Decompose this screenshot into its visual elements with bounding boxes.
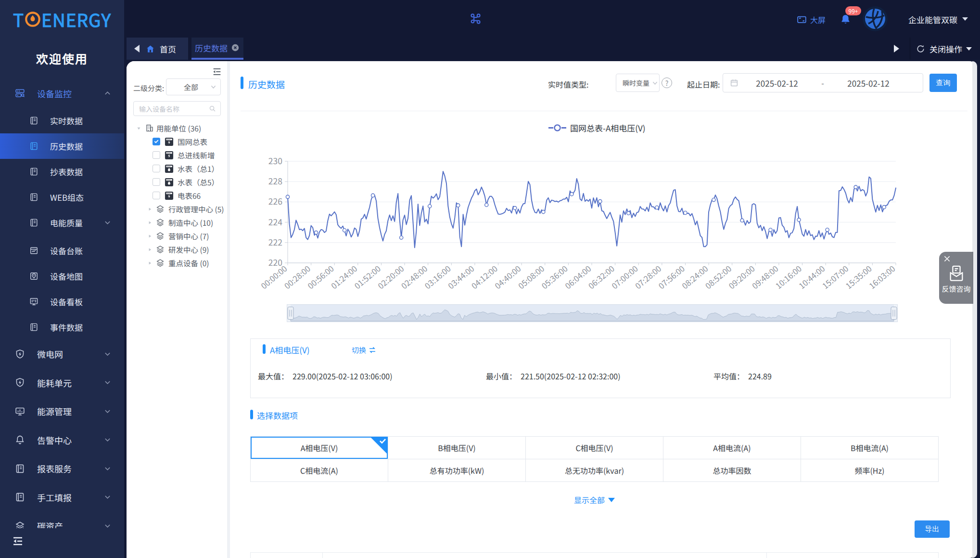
sidebar-subitem[interactable]: 设备台账 — [0, 238, 124, 263]
user-avatar[interactable] — [863, 6, 888, 31]
datazoom-slider[interactable] — [287, 304, 898, 322]
tree-group-node[interactable]: 行政管理中心 (5) — [130, 202, 227, 216]
journal-icon — [15, 492, 25, 502]
sidebar-item[interactable]: 手工填报 — [0, 483, 124, 512]
sidebar-subitem[interactable]: WEB组态 — [0, 184, 124, 210]
feedback-close-icon[interactable] — [943, 255, 951, 262]
data-item-cell[interactable]: C相电压(V) — [526, 437, 663, 459]
data-item-cell[interactable]: 总功率因数 — [663, 459, 801, 482]
tree-collapsed-caret-icon[interactable] — [148, 234, 152, 238]
tab-close-icon[interactable] — [231, 44, 239, 52]
svg-text:01:52:00: 01:52:00 — [352, 262, 383, 291]
tree-device-node[interactable]: 电表66 — [130, 189, 227, 202]
svg-text:230: 230 — [268, 155, 282, 167]
device-search-input[interactable]: 输入设备名称 — [133, 101, 221, 116]
device-checkbox[interactable] — [153, 138, 160, 145]
tab-scroll-right-icon[interactable] — [894, 45, 899, 52]
close-operations-button[interactable]: 关闭操作 — [929, 43, 962, 55]
date-range-picker[interactable]: 2025-02-12 - 2025-02-12 — [723, 73, 923, 92]
apps-command-icon[interactable] — [469, 13, 482, 26]
line-chart[interactable]: 22022222422622823000:00:0000:28:0000:56:… — [241, 146, 905, 303]
scrollbar-track[interactable] — [972, 61, 977, 558]
show-all-caret-icon — [608, 498, 615, 502]
tree-collapsed-caret-icon[interactable] — [148, 261, 152, 265]
sidebar-subitem[interactable]: 实时数据 — [0, 108, 124, 133]
sidebar-subitem[interactable]: 抄表数据 — [0, 159, 124, 184]
refresh-icon[interactable] — [916, 44, 925, 53]
tab-home[interactable]: 首页 — [127, 38, 188, 60]
data-item-cell[interactable]: C相电流(A) — [251, 459, 388, 482]
sidebar-item[interactable]: 设备监控 — [0, 79, 124, 108]
sidebar-item[interactable]: 微电网 — [0, 340, 124, 369]
data-item-cell[interactable]: A相电流(A) — [663, 437, 801, 459]
sidebar-item[interactable]: 能耗单元 — [0, 368, 124, 397]
selected-check-icon — [379, 438, 386, 445]
sidebar-subitem[interactable]: 事件数据 — [0, 314, 124, 340]
journal-icon — [29, 323, 38, 332]
device-checkbox[interactable] — [153, 165, 160, 172]
sidebar-item[interactable]: 碳资产 — [0, 512, 124, 529]
tree-group-node[interactable]: 制造中心 (10) — [130, 216, 227, 229]
sidebar-item[interactable]: 告警中心 — [0, 426, 124, 454]
tree-collapsed-caret-icon[interactable] — [148, 221, 152, 225]
tree-group-node[interactable]: 营销中心 (7) — [130, 229, 227, 243]
sidebar-collapse-icon[interactable] — [12, 535, 24, 547]
sidebar-subitem-label: 抄表数据 — [50, 166, 83, 178]
tree-device-node[interactable]: 水表（总5） — [130, 175, 227, 189]
data-item-cell[interactable]: B相电流(A) — [801, 437, 939, 459]
feedback-widget[interactable]: 反馈咨询 — [939, 252, 973, 304]
data-item-cell[interactable]: 频率(Hz) — [801, 459, 939, 482]
tree-group-node[interactable]: 研发中心 (9) — [130, 243, 227, 256]
chevron-down-icon — [104, 466, 111, 472]
data-item-cell[interactable]: A相电压(V) — [251, 437, 388, 459]
chart-legend[interactable]: 国网总表-A相电压(V) — [548, 122, 646, 134]
tree-expand-caret-icon[interactable] — [137, 126, 141, 130]
tree-collapsed-caret-icon[interactable] — [148, 247, 152, 252]
device-checkbox[interactable] — [153, 178, 160, 186]
data-item-cell[interactable]: B相电压(V) — [388, 437, 526, 459]
query-button[interactable]: 查询 — [929, 74, 957, 92]
sidebar-subitem[interactable]: 历史数据 — [0, 133, 124, 159]
journal-icon — [29, 218, 38, 227]
chevron-down-icon — [104, 379, 111, 386]
big-screen-button[interactable]: 大屏 — [797, 14, 826, 26]
tab-scroll-left-icon[interactable] — [134, 45, 140, 52]
tree-device-node[interactable]: 国网总表 — [130, 135, 227, 148]
switch-button[interactable]: 切换 — [352, 345, 376, 355]
notification-badge: 99+ — [845, 6, 861, 15]
category-label: 二级分类: — [133, 83, 164, 93]
show-all-button[interactable]: 显示全部 — [250, 494, 939, 506]
device-checkbox[interactable] — [153, 151, 160, 159]
svg-text:08:52:00: 08:52:00 — [702, 262, 734, 291]
tree-device-node[interactable]: 总进线新增 — [130, 148, 227, 162]
device-checkbox[interactable] — [153, 192, 160, 199]
tree-device-node[interactable]: 水表（总1） — [130, 162, 227, 175]
sidebar-item[interactable]: 报表服务 — [0, 454, 124, 483]
tree-root-node[interactable]: 用能单位 (36) — [130, 121, 227, 135]
org-caret-icon — [962, 17, 968, 21]
date-start-value[interactable]: 2025-02-12 — [738, 77, 815, 89]
org-switcher[interactable]: 企业能管双碳 — [908, 13, 957, 26]
sidebar-subitem[interactable]: 设备地图 — [0, 263, 124, 289]
sidebar-item[interactable]: 能源管理 — [0, 397, 124, 426]
data-item-cell[interactable]: 总有功功率(kW) — [388, 459, 526, 482]
date-end-value[interactable]: 2025-02-12 — [830, 77, 907, 89]
screen-icon — [797, 15, 807, 25]
realtime-type-label: 实时值类型: — [548, 78, 588, 90]
sidebar-subitem[interactable]: 电能质量 — [0, 210, 124, 235]
tab-history-data[interactable]: 历史数据 — [191, 38, 243, 60]
stats-title-bar — [263, 344, 266, 354]
help-icon[interactable]: ? — [662, 78, 672, 88]
sidebar-subitem[interactable]: 设备看板 — [0, 289, 124, 314]
data-item-cell[interactable]: 总无功功率(kvar) — [526, 459, 663, 482]
svg-text:05:36:00: 05:36:00 — [539, 262, 570, 291]
export-button[interactable]: 导出 — [915, 520, 950, 538]
tree-panel-collapse-icon[interactable] — [212, 66, 222, 77]
tree-group-node[interactable]: 重点设备 (0) — [130, 256, 227, 270]
device-label: 水表（总1） — [178, 163, 219, 174]
chevron-down-icon — [104, 494, 111, 500]
category-select[interactable]: 全部 — [166, 78, 221, 95]
page-title: 历史数据 — [248, 78, 285, 91]
tree-collapsed-caret-icon[interactable] — [148, 207, 152, 211]
realtime-type-select[interactable]: 瞬时变量 — [616, 74, 660, 92]
